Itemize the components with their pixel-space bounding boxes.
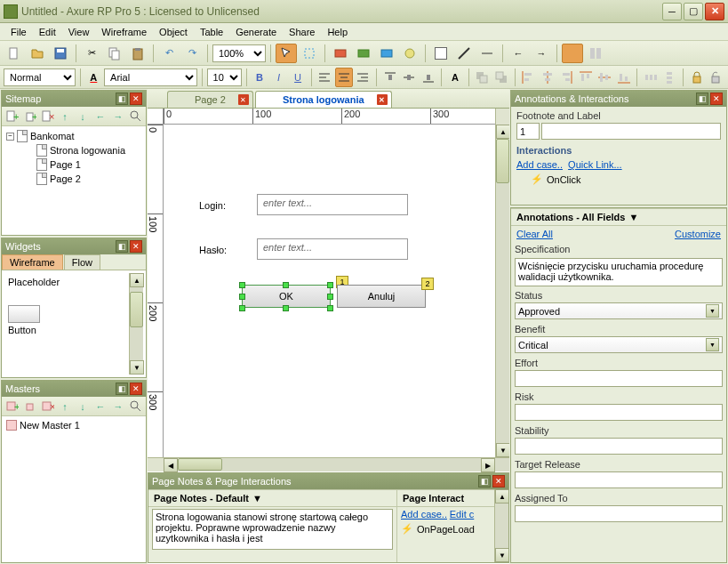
master-left-icon[interactable]: ← (93, 399, 108, 415)
move-up-icon[interactable]: ↑ (58, 109, 72, 125)
selection-handle[interactable] (239, 282, 245, 288)
wireframe-canvas[interactable]: Login: enter text... Hasło: enter text..… (164, 125, 495, 457)
canvas-input-login[interactable]: enter text... (257, 194, 408, 215)
tree-item-0[interactable]: Strona logowania (4, 143, 143, 157)
menu-object[interactable]: Object (154, 25, 193, 39)
line-color-icon[interactable] (453, 44, 475, 63)
cut-icon[interactable]: ✂ (81, 44, 102, 63)
canvas-label-login[interactable]: Login: (199, 200, 226, 211)
panel-pin-icon[interactable]: ◧ (116, 240, 128, 253)
fontsize-select[interactable]: 10 (207, 68, 242, 86)
align-obj-center-icon[interactable] (539, 68, 556, 87)
menu-edit[interactable]: Edit (34, 25, 61, 39)
align-left-icon[interactable] (316, 68, 334, 87)
status-select[interactable]: Approved▼ (515, 302, 723, 319)
master-up-icon[interactable]: ↑ (58, 399, 72, 415)
tool-icon-4[interactable] (399, 44, 420, 63)
panel-close-icon[interactable]: ✕ (130, 93, 142, 105)
fill-color-icon[interactable] (430, 44, 452, 63)
canvas-button-anuluj[interactable]: Anuluj (337, 285, 426, 308)
notes-section-title[interactable]: Page Notes - Default▼ (148, 489, 396, 507)
add-child-page-icon[interactable]: + (22, 109, 36, 125)
master-right-icon[interactable]: → (111, 399, 125, 415)
tab-active[interactable]: Strona logowania✕ (255, 91, 392, 108)
underline-icon[interactable]: U (289, 68, 307, 87)
stability-input[interactable] (515, 438, 723, 455)
align-obj-left-icon[interactable] (519, 68, 537, 87)
menu-table[interactable]: Table (195, 25, 228, 39)
bold-icon[interactable]: B (251, 68, 268, 87)
view-mode-2-icon[interactable] (585, 44, 606, 63)
selection-handle[interactable] (283, 305, 289, 311)
save-icon[interactable] (50, 44, 71, 63)
tree-item-1[interactable]: Page 1 (4, 157, 143, 172)
font-select[interactable]: Arial (104, 68, 197, 86)
undo-icon[interactable]: ↶ (158, 44, 180, 63)
footnote-number-input[interactable] (516, 123, 540, 140)
align-obj-right-icon[interactable] (557, 68, 575, 87)
tool-icon-2[interactable] (353, 44, 374, 63)
selection-handle[interactable] (239, 294, 245, 300)
pagenotes-edit-link[interactable]: Edit c (450, 509, 475, 520)
master-search-icon[interactable] (129, 399, 143, 415)
canvas-scroll-down-icon[interactable]: ▼ (496, 443, 509, 457)
canvas-input-haslo[interactable]: enter text... (257, 238, 408, 260)
add-master-icon[interactable]: + (4, 399, 19, 415)
menu-help[interactable]: Help (322, 25, 353, 39)
panel-close-icon[interactable]: ✕ (492, 475, 505, 487)
tool-icon-3[interactable] (376, 44, 397, 63)
canvas-scroll-left-icon[interactable]: ◀ (164, 458, 178, 472)
close-button[interactable]: ✕ (705, 3, 724, 20)
canvas-scroll-up-icon[interactable]: ▲ (496, 125, 509, 139)
line-style-icon[interactable] (476, 44, 498, 63)
align-obj-top-icon[interactable] (577, 68, 595, 87)
distribute-h-icon[interactable] (642, 68, 660, 87)
allfields-heading[interactable]: Annotations - All Fields▼ (511, 208, 726, 226)
rectangle-select-icon[interactable] (299, 44, 320, 63)
menu-wireframe[interactable]: Wireframe (96, 25, 152, 39)
style-select[interactable]: Normal (4, 68, 76, 86)
panel-pin-icon[interactable]: ◧ (116, 383, 128, 395)
maximize-button[interactable]: ▢ (684, 3, 703, 20)
tab-page2[interactable]: Page 2✕ (167, 91, 253, 108)
tree-root[interactable]: −Bankomat (4, 129, 143, 143)
canvas-scroll-right-icon[interactable]: ▶ (481, 458, 495, 472)
copy-icon[interactable] (104, 44, 125, 63)
widget-placeholder[interactable]: Placeholder (4, 273, 129, 302)
selection-handle[interactable] (327, 282, 333, 288)
open-file-icon[interactable] (27, 44, 48, 63)
panel-pin-icon[interactable]: ◧ (478, 475, 491, 487)
master-down-icon[interactable]: ↓ (76, 399, 90, 415)
annotation-badge-2[interactable]: 2 (421, 278, 434, 290)
pagenotes-addcase-link[interactable]: Add case.. (401, 509, 447, 520)
widgets-tab-flow[interactable]: Flow (64, 254, 100, 270)
panel-close-icon[interactable]: ✕ (130, 383, 142, 395)
align-obj-mid-icon[interactable] (596, 68, 613, 87)
outdent-icon[interactable]: ← (93, 109, 108, 125)
distribute-v-icon[interactable] (661, 68, 679, 87)
menu-share[interactable]: Share (284, 25, 320, 39)
selection-handle[interactable] (239, 305, 245, 311)
master-item-0[interactable]: New Master 1 (4, 419, 143, 431)
align-center-icon[interactable] (335, 68, 353, 87)
panel-close-icon[interactable]: ✕ (130, 240, 142, 253)
pointer-tool-icon[interactable] (276, 44, 297, 63)
align-obj-bot-icon[interactable] (615, 68, 633, 87)
target-input[interactable] (515, 471, 723, 488)
scroll-down-icon[interactable]: ▼ (130, 360, 144, 375)
selection-handle[interactable] (283, 282, 289, 288)
risk-input[interactable] (515, 404, 723, 421)
indent-icon[interactable]: → (111, 109, 125, 125)
selection-handle[interactable] (327, 294, 333, 300)
valign-top-icon[interactable] (381, 68, 399, 87)
customize-link[interactable]: Customize (675, 229, 721, 239)
valign-mid-icon[interactable] (400, 68, 418, 87)
tab-close-icon[interactable]: ✕ (238, 94, 249, 105)
view-mode-1-icon[interactable] (562, 44, 583, 63)
widgets-tab-wireframe[interactable]: Wireframe (2, 254, 63, 270)
order-back-icon[interactable] (492, 68, 510, 87)
tab-close-icon[interactable]: ✕ (377, 94, 388, 105)
panel-close-icon[interactable]: ✕ (710, 93, 723, 105)
scroll-down-icon[interactable]: ▼ (495, 548, 508, 562)
minimize-button[interactable]: ─ (662, 3, 682, 20)
